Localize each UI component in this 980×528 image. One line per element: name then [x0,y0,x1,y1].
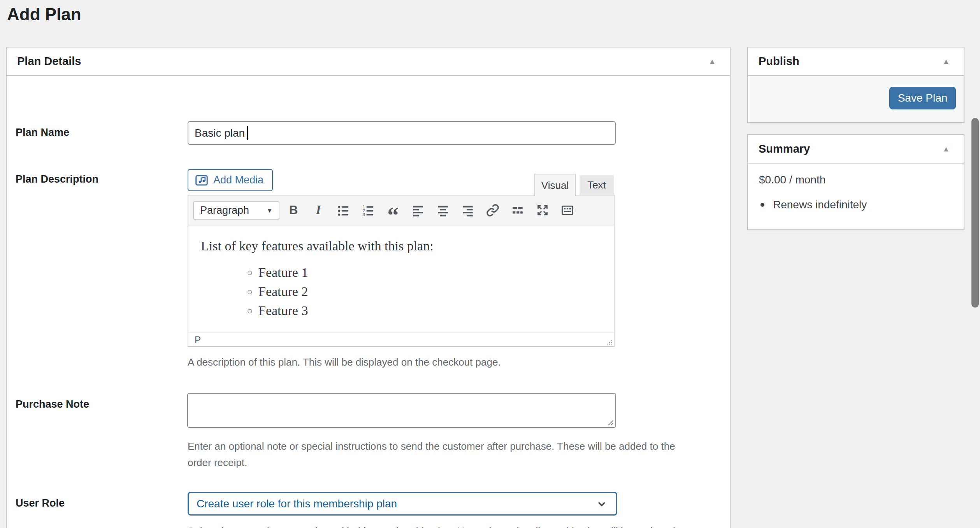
align-left-button[interactable] [409,201,427,220]
summary-item: Renews indefinitely [759,199,953,211]
visual-editor: Paragraph ▼ B I [188,195,615,347]
summary-item-text: Renews indefinitely [773,199,867,211]
plan-price: $0.00 / month [759,174,953,186]
link-icon [486,204,499,217]
collapse-triangle-icon: ▲ [943,57,950,65]
plan-details-collapse-button[interactable]: ▲ [703,48,722,75]
page-scrollbar-thumb[interactable] [971,118,979,308]
tab-visual[interactable]: Visual [534,174,576,196]
tab-text[interactable]: Text [580,175,614,195]
user-role-help: Select the user role to associate with t… [188,523,694,528]
toolbar-toggle-button[interactable] [559,201,576,220]
toolbar-toggle-icon [561,204,574,217]
purchase-note-help: Enter an optional note or special instru… [188,438,676,471]
chevron-down-icon [595,497,608,510]
user-role-selected-value: Create user role for this membership pla… [197,498,397,510]
bold-button[interactable]: B [285,201,302,220]
plan-name-input[interactable] [188,121,616,145]
numbered-list-icon: 1 2 3 [362,204,375,217]
align-right-button[interactable] [459,201,476,220]
editor-content-area[interactable]: List of key features available with this… [188,225,614,333]
align-left-icon [411,204,425,217]
plan-name-field-wrap [188,121,616,145]
fullscreen-button[interactable] [534,201,551,220]
publish-actions: Save Plan [748,76,964,122]
add-plan-page: Add Plan Plan Details ▲ Plan Name Plan D… [0,0,980,528]
paragraph-format-select[interactable]: Paragraph ▼ [193,201,279,220]
fullscreen-icon [536,204,549,217]
read-more-icon [511,204,524,217]
plan-details-panel: Plan Details ▲ Plan Name Plan Descriptio… [6,47,731,528]
svg-text:3: 3 [363,212,365,216]
plan-details-title: Plan Details [17,48,81,75]
plan-description-help: A description of this plan. This will be… [188,354,713,370]
paragraph-format-value: Paragraph [200,204,249,216]
user-role-select[interactable]: Create user role for this membership pla… [188,492,617,516]
add-media-button[interactable]: Add Media [188,169,273,191]
collapse-triangle-icon: ▲ [943,145,950,153]
feature-item: Feature 3 [258,301,614,320]
toolbar-buttons: B I [285,201,576,220]
save-plan-button[interactable]: Save Plan [889,87,956,109]
bold-icon: B [289,203,298,217]
italic-icon: I [316,203,321,217]
editor-toolbar: Paragraph ▼ B I [188,195,614,225]
feature-item: Feature 2 [258,282,614,301]
align-center-button[interactable] [434,201,451,220]
summary-title: Summary [759,135,810,163]
summary-panel: Summary ▲ $0.00 / month Renews indefinit… [747,134,964,230]
insert-link-button[interactable] [484,201,501,220]
read-more-button[interactable] [509,201,526,220]
plan-description-label: Plan Description [16,173,98,185]
bullet-list-button[interactable] [335,201,352,220]
summary-collapse-button[interactable]: ▲ [936,135,956,163]
publish-collapse-button[interactable]: ▲ [936,48,956,75]
purchase-note-textarea[interactable] [187,393,616,428]
summary-header: Summary ▲ [748,135,964,164]
user-role-label: User Role [16,497,65,509]
text-caret [247,126,248,140]
editor-intro-text: List of key features available with this… [188,225,614,253]
italic-button[interactable]: I [310,201,327,220]
numbered-list-button[interactable]: 1 2 3 [360,201,377,220]
feature-list: Feature 1 Feature 2 Feature 3 [188,263,614,320]
blockquote-icon: “ [387,201,399,219]
publish-title: Publish [759,48,799,75]
page-title: Add Plan [7,5,81,24]
summary-body: $0.00 / month Renews indefinitely [748,164,964,211]
publish-header: Publish ▲ [748,48,964,76]
editor-element-path: P [195,334,201,345]
align-center-icon [436,204,450,217]
purchase-note-label: Purchase Note [16,398,89,410]
editor-statusbar: P [188,333,614,346]
purchase-note-wrap [187,393,616,428]
blockquote-button[interactable]: “ [385,201,402,220]
plan-details-header: Plan Details ▲ [7,48,730,76]
plan-name-label: Plan Name [16,127,69,139]
add-media-label: Add Media [213,174,263,186]
align-right-icon [461,204,474,217]
textarea-resize-grip[interactable] [607,419,614,426]
bullet-icon [760,203,764,207]
feature-item: Feature 1 [258,263,614,282]
editor-resize-grip[interactable] [606,339,612,345]
media-icon [195,173,209,187]
publish-panel: Publish ▲ Save Plan [747,47,964,123]
bullet-list-icon [337,204,350,217]
collapse-triangle-icon: ▲ [709,57,716,65]
dropdown-arrow-icon: ▼ [267,207,272,214]
